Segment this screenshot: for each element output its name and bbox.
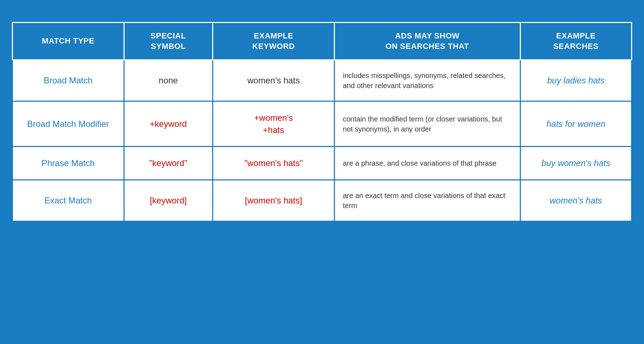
- cell-keyword: [women's hats]: [213, 180, 335, 221]
- header-keyword: EXAMPLEKEYWORD: [213, 23, 335, 60]
- header-ads: ADS MAY SHOWON SEARCHES THAT: [335, 23, 521, 60]
- cell-match-type: Exact Match: [13, 180, 124, 221]
- header-match-type: MATCH TYPE: [13, 23, 124, 60]
- cell-symbol: [keyword]: [124, 180, 213, 221]
- cell-match-type: Broad Match Modifier: [13, 101, 124, 147]
- cell-symbol: "keyword": [124, 147, 213, 180]
- table-row: Phrase Match"keyword""women's hats"are a…: [13, 147, 632, 180]
- cell-symbol: +keyword: [124, 101, 213, 147]
- cell-keyword: +women's +hats: [213, 101, 335, 147]
- cell-example-search: buy ladies hats: [520, 60, 632, 101]
- cell-keyword: women's hats: [213, 60, 335, 101]
- table-container: MATCH TYPE SPECIALSYMBOL EXAMPLEKEYWORD …: [11, 21, 633, 223]
- cell-ads-description: includes misspellings, synonyms, related…: [335, 60, 521, 101]
- table-body: Broad Matchnonewomen's hatsincludes miss…: [13, 60, 632, 221]
- header-example: EXAMPLESEARCHES: [520, 23, 632, 60]
- table-row: Broad Matchnonewomen's hatsincludes miss…: [13, 60, 632, 101]
- table-row: Broad Match Modifier+keyword+women's +ha…: [13, 101, 632, 147]
- cell-example-search: women's hats: [520, 180, 632, 221]
- cell-example-search: buy women's hats: [520, 147, 632, 180]
- cell-ads-description: contain the modified term (or closer var…: [335, 101, 521, 147]
- match-types-table: MATCH TYPE SPECIALSYMBOL EXAMPLEKEYWORD …: [12, 22, 632, 222]
- cell-match-type: Broad Match: [13, 60, 124, 101]
- table-row: Exact Match[keyword][women's hats]are an…: [13, 180, 632, 221]
- page-wrapper: MATCH TYPE SPECIALSYMBOL EXAMPLEKEYWORD …: [0, 0, 644, 234]
- cell-example-search: hats for women: [520, 101, 632, 147]
- cell-ads-description: are a phrase, and close variations of th…: [335, 147, 521, 180]
- cell-match-type: Phrase Match: [13, 147, 124, 180]
- cell-symbol: none: [124, 60, 213, 101]
- cell-keyword: "women's hats": [213, 147, 335, 180]
- table-header-row: MATCH TYPE SPECIALSYMBOL EXAMPLEKEYWORD …: [13, 23, 632, 60]
- cell-ads-description: are an exact term and close variations o…: [335, 180, 521, 221]
- header-symbol: SPECIALSYMBOL: [124, 23, 213, 60]
